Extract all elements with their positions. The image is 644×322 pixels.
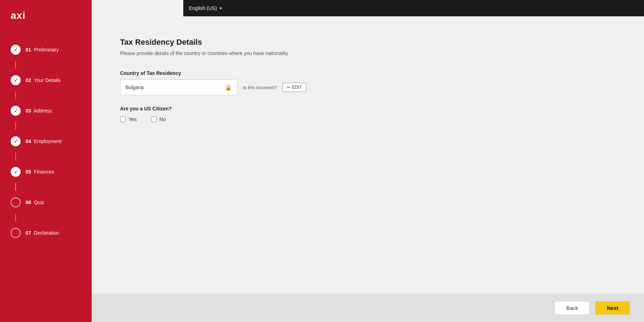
sidebar-item-employment[interactable]: 04 Employment (0, 130, 92, 153)
step-circle-07 (11, 228, 21, 238)
back-button[interactable]: Back (554, 301, 590, 315)
sidebar-nav: 01 Preliminary 02 Your Details 03 Addr (0, 31, 92, 322)
edit-button[interactable]: ✏ EDIT (282, 83, 306, 92)
step-circle-03 (11, 106, 21, 116)
connector-3 (15, 122, 16, 130)
yes-option[interactable]: Yes (120, 116, 137, 122)
step-circle-06 (11, 197, 21, 207)
sidebar-item-declaration[interactable]: 07 Declaration (0, 222, 92, 244)
content-area: Tax Residency Details Please provide det… (92, 0, 644, 294)
sidebar-item-address[interactable]: 03 Address (0, 99, 92, 122)
sidebar: axi 01 Preliminary 02 Your Details (0, 0, 92, 322)
footer: Back Next (92, 294, 644, 322)
page-title: Tax Residency Details (120, 38, 616, 47)
country-field-label: Country of Tax Residency (120, 70, 616, 76)
connector-2 (15, 92, 16, 99)
page-subtitle: Please provide details of the country or… (120, 50, 616, 56)
chevron-down-icon: ▼ (219, 6, 223, 10)
sidebar-item-preliminary[interactable]: 01 Preliminary (0, 38, 92, 61)
language-selector[interactable]: English (US) ▼ (189, 5, 223, 11)
no-checkbox[interactable] (151, 116, 157, 122)
connector-4 (15, 153, 16, 160)
country-input: Bulgaria 🔒 (120, 80, 237, 95)
pencil-icon: ✏ (287, 85, 290, 90)
sidebar-item-your-details[interactable]: 02 Your Details (0, 69, 92, 92)
us-citizen-options: Yes No (120, 116, 616, 122)
connector-5 (15, 183, 16, 191)
form-section: Tax Residency Details Please provide det… (92, 16, 644, 265)
connector-1 (15, 61, 16, 69)
step-circle-05 (11, 167, 21, 177)
connector-6 (15, 214, 16, 222)
yes-checkbox[interactable] (120, 116, 126, 122)
next-button[interactable]: Next (595, 301, 630, 315)
country-input-row: Bulgaria 🔒 Is this incorrect? ✏ EDIT (120, 80, 616, 95)
us-citizen-question: Are you a US Citizen? (120, 106, 616, 111)
logo: axi (0, 0, 92, 31)
step-circle-02 (11, 75, 21, 85)
lock-icon: 🔒 (225, 84, 232, 91)
country-field-group: Country of Tax Residency Bulgaria 🔒 Is t… (120, 70, 616, 95)
sidebar-item-finances[interactable]: 05 Finances (0, 160, 92, 183)
incorrect-text: Is this incorrect? (243, 85, 277, 90)
step-circle-04 (11, 136, 21, 146)
sidebar-item-quiz[interactable]: 06 Quiz (0, 191, 92, 214)
header-bar: English (US) ▼ (183, 0, 644, 16)
us-citizen-group: Are you a US Citizen? Yes No (120, 106, 616, 122)
no-option[interactable]: No (151, 116, 166, 122)
step-circle-01 (11, 45, 21, 55)
